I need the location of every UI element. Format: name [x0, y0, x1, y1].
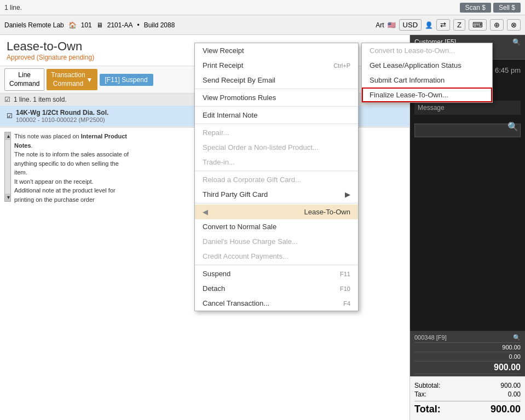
lab-name: Daniels Remote Lab [4, 21, 64, 29]
transaction-command-button[interactable]: Transaction Command ▼ [47, 69, 97, 90]
suspend-button[interactable]: [F11] Suspend [100, 74, 153, 86]
subtotal-value: 900.00 [500, 382, 521, 389]
shortcut-detach: F10 [340, 285, 350, 292]
shortcut-cancel: F4 [343, 300, 350, 307]
table-row-val1: 900.00 [414, 343, 521, 352]
line-count: 1 line. [4, 4, 460, 11]
menu-label-house-charge: Daniel's House Charge Sale... [203, 237, 298, 246]
art-label: Art [376, 21, 384, 29]
dropdown-arrow-icon: ▼ [86, 76, 93, 84]
submenu-label-get-status: Get Lease/Application Status [370, 61, 461, 69]
monitor-icon: 🖥 [96, 21, 103, 29]
dropdown-menu: View Receipt Print Receipt Ctrl+P Send R… [194, 43, 359, 311]
keyboard-button[interactable]: ⌨ [469, 19, 487, 31]
order-search-icon[interactable]: 🔍 [513, 334, 521, 341]
status-detail: (Signature pending) [37, 54, 94, 61]
total-label: Total: [414, 404, 441, 415]
shortcut-suspend: F11 [340, 271, 350, 277]
menu-item-lease-own[interactable]: ◀ Lease-To-Own [195, 205, 358, 219]
menu-label-send-email: Send Receipt By Email [203, 76, 275, 84]
transfer-button[interactable]: ⇄ [436, 19, 450, 31]
table-panel: 000348 [F9] 🔍 900.00 0.00 900.00 [410, 331, 525, 376]
app-header: Daniels Remote Lab 🏠 101 🖥 2101-AA • Bui… [0, 15, 525, 35]
separator-2 [195, 106, 358, 107]
separator-6 [195, 265, 358, 265]
submenu-label-convert: Convert to Lease-to-Own... [370, 46, 455, 55]
menu-item-cancel-transaction[interactable]: Cancel Transaction... F4 [195, 296, 358, 311]
value-3: 900.00 [494, 363, 521, 372]
person-icon: 👤 [425, 21, 433, 29]
note-line-1: This note was placed on Internal Product… [14, 133, 129, 203]
close-button[interactable]: ⊗ [507, 19, 521, 31]
cart-status-text: 1 line. 1 item sold. [14, 96, 67, 103]
value-1: 900.00 [502, 344, 521, 351]
menu-label-cancel-transaction: Cancel Transaction... [203, 299, 269, 307]
menu-item-view-receipt[interactable]: View Receipt [195, 43, 358, 58]
line-command-button[interactable]: Line Command [4, 68, 44, 91]
top-bar: 1 line. Scan $ Sell $ [0, 0, 525, 15]
subtotal-label: Subtotal: [414, 382, 440, 389]
totals-section: Subtotal: 900.00 Tax: 0.00 Total: 900.00 [410, 376, 525, 420]
menu-item-house-charge: Daniel's House Charge Sale... [195, 234, 358, 249]
lease-to-own-submenu: Convert to Lease-to-Own... Get Lease/App… [361, 43, 493, 103]
menu-item-send-email[interactable]: Send Receipt By Email [195, 73, 358, 88]
tax-row: Tax: 0.00 [414, 390, 521, 399]
separator-4 [195, 171, 358, 171]
sell-button[interactable]: Sell $ [493, 3, 521, 13]
separator-1 [195, 89, 358, 89]
search-icon: 🔍 [507, 121, 518, 132]
menu-item-special-order: Special Order a Non-listed Product... [195, 140, 358, 155]
menu-label-repair: Repair... [203, 129, 229, 137]
add-button[interactable]: ⊕ [490, 19, 504, 31]
message-label: Message [418, 104, 445, 112]
menu-label-print-receipt: Print Receipt [203, 61, 243, 69]
menu-label-reload-gift: Reload a Corporate Gift Card... [203, 176, 301, 184]
z-button[interactable]: Z [453, 19, 465, 31]
scroll-down-button[interactable]: ▼ [5, 194, 10, 201]
menu-item-convert-normal[interactable]: Convert to Normal Sale [195, 219, 358, 234]
grand-total-row: Total: 900.00 [414, 401, 521, 416]
table-row-val3: 900.00 [414, 361, 521, 374]
menu-label-third-party-gift: Third Party Gift Card [203, 190, 268, 199]
tax-value: 0.00 [508, 390, 521, 398]
menu-item-third-party-gift[interactable]: Third Party Gift Card ▶ [195, 187, 358, 202]
submenu-item-submit-cart[interactable]: Submit Cart Information [362, 73, 492, 88]
header-icons: Art 🇺🇸 USD 👤 ⇄ Z ⌨ ⊕ ⊗ [376, 19, 521, 31]
separator-3 [195, 124, 358, 124]
menu-item-print-receipt[interactable]: Print Receipt Ctrl+P [195, 58, 358, 73]
total-value: 900.00 [491, 404, 521, 415]
submenu-item-convert: Convert to Lease-to-Own... [362, 43, 492, 58]
table-row-order: 000348 [F9] 🔍 [414, 333, 521, 343]
menu-label-detach: Detach [203, 284, 225, 293]
arrow-icon-gift: ▶ [345, 190, 350, 199]
menu-item-suspend[interactable]: Suspend F11 [195, 266, 358, 281]
menu-label-view-receipt: View Receipt [203, 46, 244, 55]
build-number: Build 2088 [144, 21, 175, 29]
submenu-label-finalize: Finalize Lease-To-Own... [370, 91, 448, 99]
status-text: Approved [7, 54, 34, 61]
value-2: 0.00 [509, 353, 521, 360]
order-id: 000348 [F9] [414, 334, 447, 341]
txn-cmd-label: Transaction Command [51, 71, 85, 88]
menu-item-edit-note[interactable]: Edit Internal Note [195, 108, 358, 122]
menu-item-promotions[interactable]: View Promotions Rules [195, 90, 358, 105]
menu-item-detach[interactable]: Detach F10 [195, 281, 358, 296]
menu-label-special-order: Special Order a Non-listed Product... [203, 143, 319, 151]
submenu-item-get-status[interactable]: Get Lease/Application Status [362, 58, 492, 73]
back-arrow-icon: ◀ [203, 208, 208, 216]
scan-button[interactable]: Scan $ [460, 3, 491, 13]
scrollbar[interactable]: ▲ ▼ [4, 132, 11, 202]
build-info: • [137, 21, 139, 29]
menu-label-promotions: View Promotions Rules [203, 94, 276, 102]
item-id: 100002 - 1010-000022 (MP2500) [16, 116, 108, 123]
currency-button[interactable]: USD [399, 19, 422, 31]
home-icon: 🏠 [68, 21, 77, 29]
menu-label-trade-in: Trade-in... [203, 158, 235, 166]
menu-item-repair: Repair... [195, 125, 358, 140]
submenu-item-finalize[interactable]: Finalize Lease-To-Own... [362, 88, 492, 102]
scroll-up-button[interactable]: ▲ [5, 132, 10, 140]
search-input[interactable] [414, 124, 521, 137]
customer-search-icon[interactable]: 🔍 [512, 38, 521, 46]
menu-item-credit-payments: Credit Account Payments... [195, 249, 358, 264]
flag-icon: 🇺🇸 [388, 21, 396, 29]
